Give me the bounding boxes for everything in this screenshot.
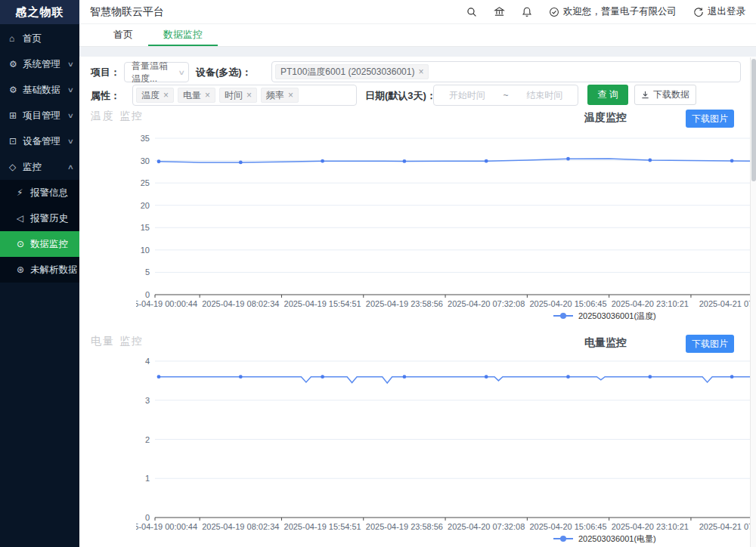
svg-text:0: 0 xyxy=(145,513,150,522)
attribute-label: 属性： xyxy=(91,85,120,107)
x-axis xyxy=(155,295,756,298)
sidebar-item-label: 数据监控 xyxy=(30,238,73,251)
attribute-tag-label: 电量 xyxy=(183,89,201,102)
temperature-chart[interactable]: 051015202530352025-04-19 00:00:442025-04… xyxy=(136,132,756,324)
tab-bar: 首页 数据监控 xyxy=(79,24,756,47)
date-range-input[interactable]: 开始时间 ~ 结束时间 xyxy=(433,85,578,106)
remove-tag-icon[interactable]: × xyxy=(288,90,293,100)
download-data-button[interactable]: 下载数据 xyxy=(634,85,696,105)
sidebar-item-3[interactable]: ⊞项目管理∨ xyxy=(0,103,79,128)
project-select[interactable]: 普量温箱温度... ∨ xyxy=(124,62,189,82)
chevron-down-icon: ∨ xyxy=(174,69,186,76)
date-label: 日期(默认3天)： xyxy=(365,85,436,107)
y-axis-labels: 05101520253035 xyxy=(141,134,150,299)
svg-text:2025-04-20 07:32:08: 2025-04-20 07:32:08 xyxy=(448,522,525,531)
sidebar-item-1[interactable]: ⚙系统管理∨ xyxy=(0,51,79,77)
date-end-input[interactable]: 结束时间 xyxy=(526,89,562,102)
bell-icon[interactable] xyxy=(522,6,532,17)
sidebar-item-5[interactable]: ◇监控∧ xyxy=(0,154,79,180)
device-tag: PT100温度6001 (202503036001) × xyxy=(275,64,429,79)
welcome-user[interactable]: 欢迎您，普量电子有限公司 xyxy=(549,5,677,18)
sidebar-item-9[interactable]: ⊛未解析数据 xyxy=(0,257,79,283)
attribute-tag: 频率 × xyxy=(261,88,299,103)
sidebar-item-7[interactable]: ◁报警历史 xyxy=(0,206,79,231)
sidebar-item-0[interactable]: ⌂首页 xyxy=(0,26,79,51)
attribute-multiselect[interactable]: 温度 × 电量 × 时间 × 频率 × xyxy=(132,85,357,106)
sidebar-item-label: 首页 xyxy=(23,32,73,45)
check-circle-icon xyxy=(549,7,559,17)
bank-icon[interactable] xyxy=(494,6,505,17)
logout-icon xyxy=(693,7,704,17)
tab-data-monitor[interactable]: 数据监控 xyxy=(148,24,218,46)
project-select-value: 普量温箱温度... xyxy=(132,60,175,85)
chart-title: 温度监控 xyxy=(584,111,627,125)
legend: 202503036001(电量) xyxy=(553,534,656,543)
download-icon xyxy=(641,91,649,99)
remove-tag-icon[interactable]: × xyxy=(163,90,169,100)
sidebar-item-label: 未解析数据 xyxy=(30,264,78,277)
search-icon[interactable] xyxy=(466,7,477,17)
svg-text:5: 5 xyxy=(145,267,150,277)
download-image-button[interactable]: 下载图片 xyxy=(686,335,734,353)
gear-icon: ⚙ xyxy=(9,85,23,95)
sidebar-item-label: 设备管理 xyxy=(23,135,68,148)
svg-text:0: 0 xyxy=(145,290,150,299)
query-button[interactable]: 查 询 xyxy=(587,85,628,105)
power-chart[interactable]: 012342025-04-19 00:00:442025-04-19 08:02… xyxy=(136,355,756,547)
scrollbar-thumb[interactable] xyxy=(751,59,756,181)
svg-text:3: 3 xyxy=(145,396,150,405)
speaker-icon: ◁ xyxy=(17,213,30,224)
download-image-button[interactable]: 下载图片 xyxy=(686,110,734,128)
svg-text:30: 30 xyxy=(141,156,150,165)
svg-text:15: 15 xyxy=(141,223,150,232)
svg-text:2025-04-21 07:02: 2025-04-21 07:02 xyxy=(699,299,756,308)
top-bar: 智慧物联云平台 xyxy=(79,0,756,24)
scrollbar[interactable] xyxy=(750,57,756,547)
top-bar-actions: 欢迎您，普量电子有限公司 退出登录 xyxy=(466,5,756,18)
date-separator: ~ xyxy=(503,90,508,100)
sidebar-item-label: 基础数据 xyxy=(23,84,68,97)
chart-watermark: 温度 监控 xyxy=(91,110,144,123)
home-icon: ⌂ xyxy=(9,33,23,44)
x-axis-labels: 2025-04-19 00:00:442025-04-19 08:02:3420… xyxy=(136,522,756,531)
logout-label: 退出登录 xyxy=(708,5,745,18)
logout-button[interactable]: 退出登录 xyxy=(693,5,745,18)
check-circle-icon: ⊙ xyxy=(17,239,30,249)
date-start-input[interactable]: 开始时间 xyxy=(449,89,485,102)
remove-tag-icon[interactable]: × xyxy=(246,90,252,100)
sidebar-item-4[interactable]: ⊡设备管理∨ xyxy=(0,128,79,154)
svg-text:2025-04-19 23:58:56: 2025-04-19 23:58:56 xyxy=(366,299,443,308)
grid-lines xyxy=(155,138,756,272)
chevron-down-icon: ∨ xyxy=(67,60,74,68)
device-label: 设备(多选)： xyxy=(196,62,252,83)
svg-text:2025-04-20 23:10:21: 2025-04-20 23:10:21 xyxy=(612,522,689,531)
sidebar-item-8[interactable]: ⊙数据监控 xyxy=(0,231,79,257)
svg-text:2025-04-20 07:32:08: 2025-04-20 07:32:08 xyxy=(448,299,525,308)
welcome-text: 欢迎您，普量电子有限公司 xyxy=(563,5,677,18)
remove-tag-icon[interactable]: × xyxy=(205,90,210,100)
svg-text:2025-04-19 08:02:34: 2025-04-19 08:02:34 xyxy=(202,522,279,531)
x-axis-labels: 2025-04-19 00:00:442025-04-19 08:02:3420… xyxy=(136,299,756,308)
sidebar-item-label: 监控 xyxy=(23,161,68,174)
sidebar-item-label: 报警信息 xyxy=(30,187,73,199)
svg-text:2025-04-19 15:54:51: 2025-04-19 15:54:51 xyxy=(284,299,361,308)
svg-text:2025-04-20 15:06:45: 2025-04-20 15:06:45 xyxy=(529,299,606,308)
atom-icon: ⊛ xyxy=(17,264,30,275)
svg-text:2025-04-19 00:00:44: 2025-04-19 00:00:44 xyxy=(136,299,197,308)
svg-text:10: 10 xyxy=(141,246,150,255)
sidebar-item-label: 报警历史 xyxy=(30,212,73,225)
tab-home[interactable]: 首页 xyxy=(98,24,148,46)
sidebar-item-2[interactable]: ⚙基础数据∨ xyxy=(0,77,79,103)
sidebar-item-label: 系统管理 xyxy=(23,58,68,71)
tag-icon: ◇ xyxy=(9,162,23,172)
grid-icon: ⊞ xyxy=(9,110,23,121)
svg-text:2025-04-19 00:00:44: 2025-04-19 00:00:44 xyxy=(136,522,197,531)
device-multiselect[interactable]: PT100温度6001 (202503036001) × xyxy=(271,61,741,82)
remove-tag-icon[interactable]: × xyxy=(418,66,423,77)
attribute-tag-label: 频率 xyxy=(266,89,284,102)
app-window: 感之物联 ⌂首页⚙系统管理∨⚙基础数据∨⊞项目管理∨⊡设备管理∨◇监控∧⚡报警信… xyxy=(0,0,756,547)
chevron-down-icon: ∨ xyxy=(67,112,74,119)
attribute-tag-label: 温度 xyxy=(141,89,160,102)
attribute-tag: 时间 × xyxy=(219,88,257,103)
sidebar-item-6[interactable]: ⚡报警信息 xyxy=(0,180,79,206)
